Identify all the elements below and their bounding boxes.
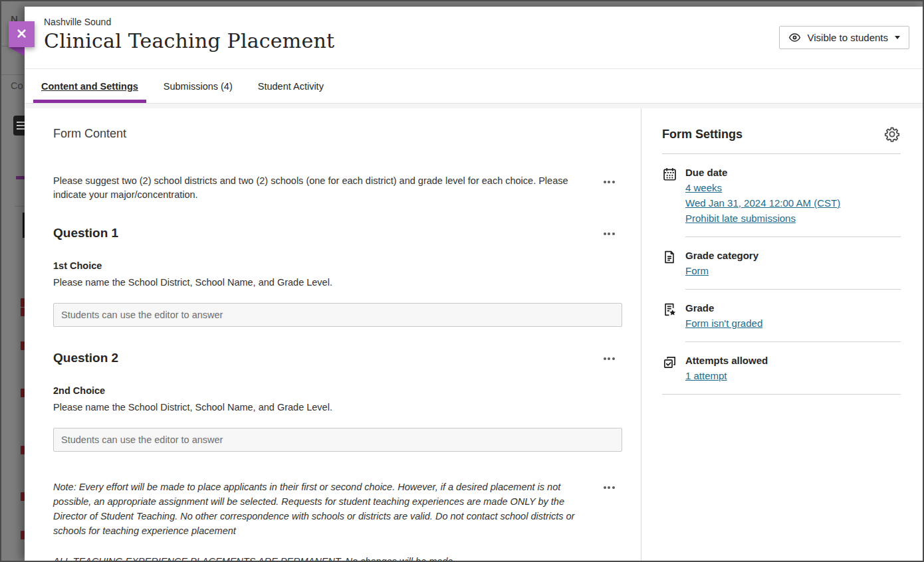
visibility-label: Visible to students xyxy=(808,32,888,43)
tab-bar-shadow xyxy=(25,104,923,108)
eye-icon xyxy=(788,31,801,44)
setting-attempts-allowed: Attempts allowed 1 attempt xyxy=(662,342,901,395)
panel-header: Nashville Sound Clinical Teaching Placem… xyxy=(25,7,923,69)
gear-icon xyxy=(883,135,901,145)
question-1-header: Question 1 xyxy=(53,226,622,240)
background-nav-fragment: Co xyxy=(11,80,23,91)
setting-due-date: Due date 4 weeks Wed Jan 31, 2024 12:00 … xyxy=(662,154,901,237)
background-divider xyxy=(1,74,25,75)
question-1-choice-label: 1st Choice xyxy=(53,260,622,271)
question-2-choice-label: 2nd Choice xyxy=(53,385,622,396)
form-content-heading: Form Content xyxy=(53,127,622,141)
close-button-ribbon-fold xyxy=(9,47,25,56)
question-1-answer-editor[interactable] xyxy=(53,303,622,327)
note-footer-text: ALL TEACHING EXPERIENCE PLACEMENTS ARE P… xyxy=(53,554,581,561)
question-1-options-button[interactable] xyxy=(596,227,622,240)
grade-label: Grade xyxy=(685,302,901,314)
tab-content-and-settings[interactable]: Content and Settings xyxy=(33,69,146,103)
attempts-allowed-link[interactable]: 1 attempt xyxy=(685,369,727,382)
note-text-block: Note: Every effort will be made to place… xyxy=(53,480,622,561)
background-divider xyxy=(15,206,25,207)
setting-grade-category: Grade category Form xyxy=(662,237,901,290)
form-content-column: Form Content Please suggest two (2) scho… xyxy=(25,108,641,561)
grade-category-link[interactable]: Form xyxy=(685,264,709,277)
question-2-description: Please name the School District, School … xyxy=(53,401,622,415)
intro-text-block: Please suggest two (2) school districts … xyxy=(53,174,622,202)
form-settings-gear-button[interactable] xyxy=(883,126,901,143)
visibility-dropdown-button[interactable]: Visible to students xyxy=(779,26,909,49)
due-date-relative-link[interactable]: 4 weeks xyxy=(685,181,722,194)
tab-bar: Content and Settings Submissions (4) Stu… xyxy=(25,69,923,104)
close-icon xyxy=(15,27,28,42)
document-icon xyxy=(662,249,685,267)
document-star-icon xyxy=(662,302,685,320)
note-text: Note: Every effort will be made to place… xyxy=(53,480,581,538)
question-2-answer-editor[interactable] xyxy=(53,428,622,452)
attempts-allowed-label: Attempts allowed xyxy=(685,354,901,367)
form-settings-panel: Form Settings xyxy=(641,108,923,561)
note-options-button[interactable] xyxy=(596,481,622,494)
grade-category-label: Grade category xyxy=(685,249,901,262)
intro-text: Please suggest two (2) school districts … xyxy=(53,174,581,202)
grade-value-link[interactable]: Form isn't graded xyxy=(685,317,762,329)
question-2-title: Question 2 xyxy=(53,351,581,365)
question-2-options-button[interactable] xyxy=(596,352,622,365)
background-accent-bar xyxy=(16,176,25,179)
due-date-label: Due date xyxy=(685,166,901,179)
due-date-value-link[interactable]: Wed Jan 31, 2024 12:00 AM (CST) xyxy=(685,197,840,209)
prohibit-late-submissions-link[interactable]: Prohibit late submissions xyxy=(685,212,796,225)
form-settings-title: Form Settings xyxy=(662,128,743,141)
setting-grade: Grade Form isn't graded xyxy=(662,290,901,342)
intro-options-button[interactable] xyxy=(596,175,622,189)
attempts-check-icon xyxy=(662,354,685,373)
close-panel-button[interactable] xyxy=(9,21,35,47)
question-2-header: Question 2 xyxy=(53,351,622,365)
question-1-title: Question 1 xyxy=(53,226,581,240)
chevron-down-icon xyxy=(895,36,900,39)
tab-student-activity[interactable]: Student Activity xyxy=(250,69,332,103)
screen: N Co Nashville Sound Clinical Teaching P… xyxy=(0,0,924,562)
tab-submissions[interactable]: Submissions (4) xyxy=(156,69,241,103)
calendar-icon xyxy=(662,166,685,185)
form-editor-panel: Nashville Sound Clinical Teaching Placem… xyxy=(25,7,923,561)
question-1-description: Please name the School District, School … xyxy=(53,276,622,290)
